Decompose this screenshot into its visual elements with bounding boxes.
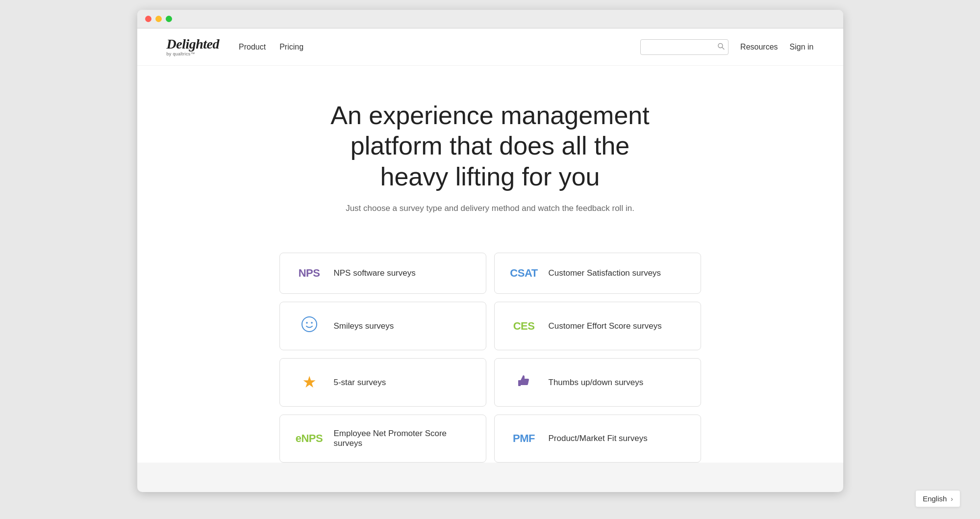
survey-grid: NPS NPS software surveys CSAT Customer S… xyxy=(270,253,711,463)
nav-links: Product Pricing xyxy=(239,43,303,52)
survey-card-thumbs[interactable]: Thumbs up/down surveys xyxy=(494,358,701,407)
csat-badge: CSAT xyxy=(509,267,539,280)
nps-label: NPS software surveys xyxy=(334,268,416,278)
nav-right: Resources Sign in xyxy=(640,39,813,55)
svg-point-3 xyxy=(306,322,308,324)
traffic-light-green[interactable] xyxy=(166,16,172,22)
survey-card-enps[interactable]: eNPS Employee Net Promoter Score surveys xyxy=(279,415,486,463)
navigation: Delighted by qualtrics™ Product Pricing xyxy=(137,28,843,66)
nps-badge: NPS xyxy=(295,267,324,280)
nav-resources[interactable]: Resources xyxy=(740,43,778,52)
page-content: Delighted by qualtrics™ Product Pricing xyxy=(137,28,843,463)
nav-product[interactable]: Product xyxy=(239,43,266,51)
hero-title: An experience management platform that d… xyxy=(319,100,662,192)
svg-point-2 xyxy=(302,317,317,332)
nav-pricing[interactable]: Pricing xyxy=(279,43,303,51)
nav-signin[interactable]: Sign in xyxy=(790,43,814,52)
hero-subtitle: Just choose a survey type and delivery m… xyxy=(343,204,637,213)
survey-card-nps[interactable]: NPS NPS software surveys xyxy=(279,253,486,294)
language-label: English xyxy=(923,494,947,503)
logo-sub-text: by qualtrics™ xyxy=(167,52,195,56)
ces-badge: CES xyxy=(509,320,539,333)
thumbs-label: Thumbs up/down surveys xyxy=(549,378,644,388)
logo-main-text: Delighted xyxy=(167,37,220,51)
enps-badge: eNPS xyxy=(295,432,324,445)
survey-card-ces[interactable]: CES Customer Effort Score surveys xyxy=(494,302,701,350)
search-input[interactable] xyxy=(640,39,729,55)
pmf-label: Product/Market Fit surveys xyxy=(549,434,648,443)
traffic-light-red[interactable] xyxy=(145,16,151,22)
survey-card-star[interactable]: ★ 5-star surveys xyxy=(279,358,486,407)
svg-point-4 xyxy=(311,322,313,324)
language-selector[interactable]: English › xyxy=(915,490,960,507)
enps-label: Employee Net Promoter Score surveys xyxy=(334,429,471,448)
survey-card-smileys[interactable]: Smileys surveys xyxy=(279,302,486,350)
logo[interactable]: Delighted by qualtrics™ xyxy=(167,37,220,56)
pmf-badge: PMF xyxy=(509,432,539,445)
browser-chrome xyxy=(137,10,843,28)
star-label: 5-star surveys xyxy=(334,378,386,388)
survey-card-csat[interactable]: CSAT Customer Satisfaction surveys xyxy=(494,253,701,294)
thumbs-badge xyxy=(509,372,539,392)
smileys-badge xyxy=(295,316,324,336)
ces-label: Customer Effort Score surveys xyxy=(549,321,662,331)
search-wrapper xyxy=(640,39,729,55)
smileys-label: Smileys surveys xyxy=(334,321,394,331)
traffic-light-yellow[interactable] xyxy=(155,16,162,22)
csat-label: Customer Satisfaction surveys xyxy=(549,268,661,278)
survey-card-pmf[interactable]: PMF Product/Market Fit surveys xyxy=(494,415,701,463)
star-badge: ★ xyxy=(295,374,324,390)
hero-section: An experience management platform that d… xyxy=(137,66,843,233)
browser-window: Delighted by qualtrics™ Product Pricing xyxy=(137,10,843,492)
chevron-right-icon: › xyxy=(951,495,953,503)
